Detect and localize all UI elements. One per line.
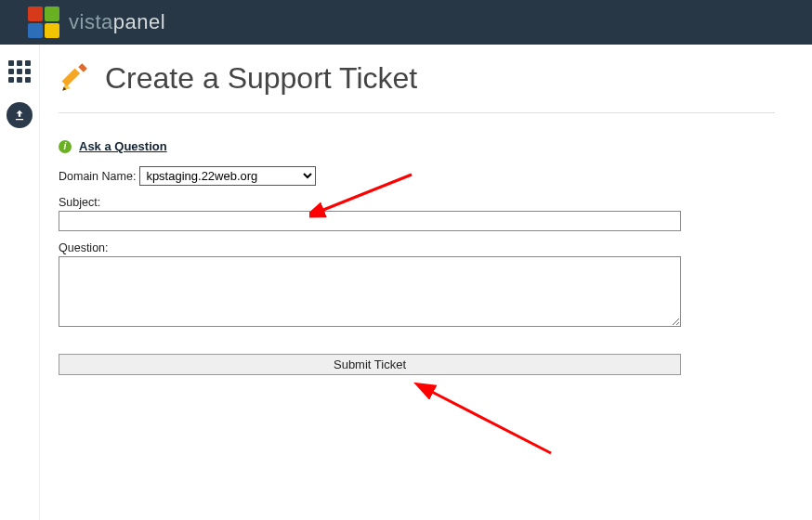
question-textarea[interactable]: [59, 256, 681, 327]
brand-part1: vista: [69, 10, 113, 33]
domain-label: Domain Name:: [59, 170, 136, 183]
page-title: Create a Support Ticket: [105, 61, 417, 96]
main-content: Create a Support Ticket i Ask a Question…: [39, 45, 812, 520]
topbar: vistapanel: [0, 0, 812, 45]
submit-ticket-button[interactable]: Submit Ticket: [59, 354, 681, 375]
annotation-arrow-2: [412, 379, 560, 462]
question-label: Question:: [59, 241, 109, 254]
subject-input[interactable]: [59, 211, 681, 231]
support-form: i Ask a Question Domain Name: kpstaging.…: [59, 113, 681, 375]
info-icon: i: [59, 140, 72, 153]
svg-line-5: [428, 390, 551, 453]
svg-rect-3: [78, 63, 87, 72]
domain-select[interactable]: kpstaging.22web.org: [139, 166, 316, 186]
sidebar: [0, 45, 39, 520]
subject-label: Subject:: [59, 196, 100, 209]
pencil-icon: [59, 63, 90, 95]
svg-rect-2: [62, 68, 81, 86]
ask-question-link[interactable]: Ask a Question: [79, 139, 167, 153]
brand-text: vistapanel: [69, 10, 165, 34]
upload-icon[interactable]: [7, 102, 33, 128]
logo-icon: [28, 6, 59, 38]
apps-grid-icon[interactable]: [7, 59, 32, 84]
brand-part2: panel: [113, 10, 165, 33]
